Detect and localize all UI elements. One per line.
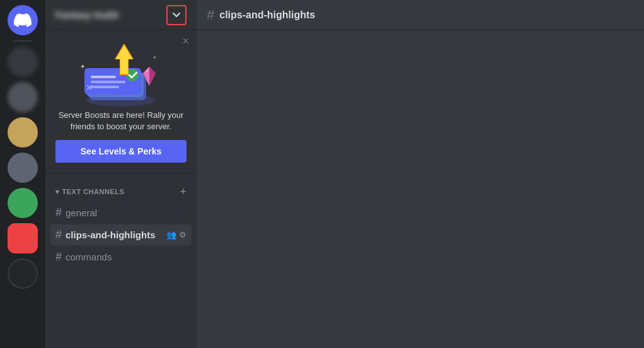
- server-divider: [13, 40, 33, 42]
- boost-illustration: ✕ ✦ ✦ ·: [71, 40, 171, 110]
- channel-hash-icon: #: [55, 228, 62, 241]
- category-chevron: ▾: [55, 188, 60, 196]
- boost-popup: ×: [45, 30, 197, 173]
- channel-sidebar: Fantasy Guild ×: [45, 0, 197, 348]
- server-icon[interactable]: [8, 258, 38, 289]
- server-icon[interactable]: [8, 223, 38, 253]
- text-channels-category[interactable]: ▾ TEXT CHANNELS +: [50, 183, 192, 200]
- svg-text:✦: ✦: [80, 63, 85, 70]
- channel-settings-icon[interactable]: ⚙: [179, 230, 187, 240]
- server-dropdown-button[interactable]: [166, 5, 187, 25]
- home-button[interactable]: [8, 5, 38, 35]
- svg-rect-5: [91, 81, 125, 83]
- boost-message: Server Boosts are here! Rally your frien…: [55, 110, 187, 132]
- category-label: ▾ TEXT CHANNELS: [55, 188, 124, 196]
- svg-rect-4: [91, 76, 116, 78]
- boost-close-button[interactable]: ×: [182, 35, 189, 47]
- channel-hash-icon: #: [55, 250, 62, 264]
- channel-action-icons: 👥 ⚙: [166, 230, 187, 240]
- boost-button[interactable]: See Levels & Perks: [55, 140, 187, 163]
- channel-name-general: general: [66, 207, 187, 218]
- server-header[interactable]: Fantasy Guild: [45, 0, 197, 30]
- server-icon[interactable]: [8, 153, 38, 183]
- invite-members-icon[interactable]: 👥: [166, 230, 176, 240]
- server-icon[interactable]: [8, 82, 38, 112]
- channel-hash-icon: #: [55, 206, 62, 219]
- main-channel-hash-icon: #: [207, 7, 214, 23]
- main-channel-title: clips-and-highlights: [219, 9, 315, 21]
- chevron-down-icon: [171, 10, 181, 20]
- server-name: Fantasy Guild: [55, 9, 118, 20]
- channel-item-general[interactable]: # general: [50, 202, 192, 223]
- server-icon[interactable]: [8, 117, 38, 148]
- channel-name-clips: clips-and-highlights: [66, 229, 163, 240]
- svg-text:✦: ✦: [152, 55, 157, 61]
- channel-item-commands[interactable]: # commands: [50, 246, 192, 267]
- channel-item-clips-and-highlights[interactable]: # clips-and-highlights 👥 ⚙: [50, 224, 192, 245]
- add-channel-button[interactable]: +: [180, 186, 187, 197]
- main-header: # clips-and-highlights: [197, 0, 644, 30]
- main-content: # clips-and-highlights: [197, 0, 644, 348]
- svg-text:·: ·: [84, 55, 86, 60]
- svg-marker-14: [149, 67, 156, 86]
- server-icon[interactable]: [8, 47, 38, 77]
- server-icon[interactable]: [8, 188, 38, 218]
- discord-logo-icon: [14, 11, 32, 29]
- channel-list: ▾ TEXT CHANNELS + # general # clips-and-…: [45, 173, 197, 269]
- main-body: [197, 30, 644, 348]
- svg-text:✕: ✕: [86, 83, 93, 93]
- channel-name-commands: commands: [66, 252, 187, 262]
- server-list: [0, 0, 45, 348]
